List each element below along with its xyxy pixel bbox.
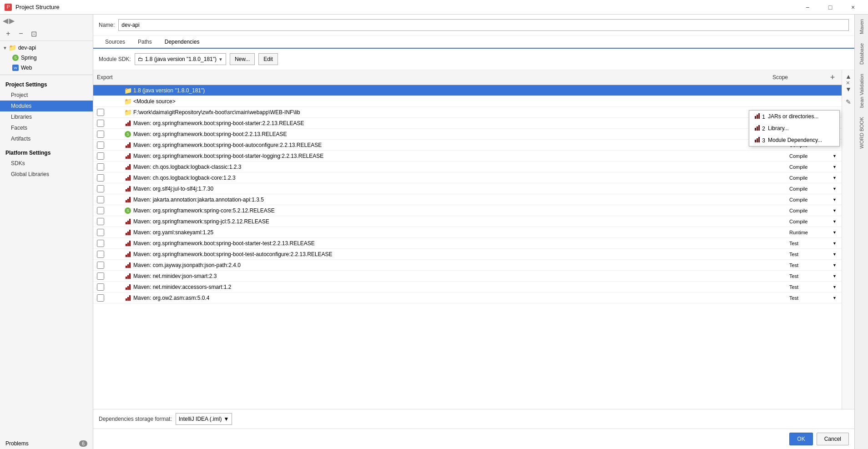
dep-scope-value: Compile <box>789 153 807 159</box>
dep-add-button[interactable]: + <box>827 72 838 83</box>
dep-scope-select[interactable]: Test▼ <box>788 283 838 291</box>
dep-scope-select[interactable]: Test▼ <box>788 262 838 269</box>
dep-row[interactable]: Maven: com.jayway.jsonpath:json-path:2.4… <box>93 260 842 271</box>
dep-export-checkbox[interactable] <box>97 294 104 302</box>
tab-sources[interactable]: Sources <box>99 36 131 49</box>
sdk-select[interactable]: 🗀 1.8 (java version "1.8.0_181") ▼ <box>135 53 226 65</box>
right-panel-maven[interactable]: Maven <box>856 15 867 39</box>
tree-remove-button[interactable]: − <box>15 29 26 39</box>
sdk-folder-icon: 🗀 <box>138 56 143 62</box>
dep-scope-select[interactable]: Test▼ <box>788 294 838 302</box>
sidebar-item-libraries[interactable]: Libraries <box>0 111 93 122</box>
dep-scope-select[interactable]: Compile▼ <box>788 218 838 225</box>
nav-back-button[interactable]: ◀ <box>3 16 8 25</box>
dep-export-space <box>97 131 124 138</box>
minimize-button[interactable]: − <box>797 0 818 15</box>
dep-row[interactable]: Maven: org.springframework.boot:spring-b… <box>93 140 842 151</box>
dep-export-checkbox[interactable] <box>97 251 104 258</box>
dep-export-checkbox[interactable] <box>97 131 104 138</box>
dep-scope-select[interactable]: Test▼ <box>788 240 838 247</box>
dep-row[interactable]: Maven: org.springframework.boot:spring-b… <box>93 238 842 249</box>
platform-settings-title: Platform Settings <box>0 144 93 158</box>
tab-paths[interactable]: Paths <box>131 36 158 49</box>
sidebar-item-global-libraries[interactable]: Global Libraries <box>0 169 93 180</box>
dep-scope-select[interactable]: Runtime▼ <box>788 229 838 236</box>
nav-forward-button[interactable]: ▶ <box>9 16 15 25</box>
dep-row[interactable]: Maven: org.springframework.boot:spring-b… <box>93 118 842 129</box>
dep-row[interactable]: 📁1.8 (java version "1.8.0_181") <box>93 85 842 96</box>
dep-row[interactable]: Maven: org.springframework.boot:spring-b… <box>93 249 842 260</box>
dep-row[interactable]: Maven: org.springframework:spring-jcl:5.… <box>93 216 842 227</box>
dep-scope-select[interactable]: Compile▼ <box>788 196 838 203</box>
sidebar-item-modules[interactable]: Modules <box>0 101 93 111</box>
dep-row[interactable]: SMaven: org.springframework:spring-core:… <box>93 205 842 216</box>
dep-row[interactable]: 📁<Module source> <box>93 96 842 107</box>
storage-select[interactable]: IntelliJ IDEA (.iml) ▼ <box>176 413 232 425</box>
sidebar-item-sdks[interactable]: SDKs <box>0 158 93 169</box>
dep-scope-select[interactable]: Compile▼ <box>788 152 838 160</box>
right-panel-wordbook[interactable]: WORD BOOK <box>856 112 867 153</box>
dep-row[interactable]: SMaven: org.springframework.boot:spring-… <box>93 129 842 140</box>
dep-scope-select[interactable]: Compile▼ <box>788 207 838 214</box>
tree-root-item[interactable]: ▼ 📁 dev-api <box>0 43 93 53</box>
dep-export-checkbox[interactable] <box>97 120 104 127</box>
sidebar-item-project[interactable]: Project <box>0 90 93 101</box>
ok-button[interactable]: OK <box>789 433 812 445</box>
dep-export-checkbox[interactable] <box>97 207 104 214</box>
tree-copy-button[interactable]: ⊡ <box>28 29 39 39</box>
dep-export-checkbox[interactable] <box>97 240 104 247</box>
dep-row[interactable]: Maven: ch.qos.logback:logback-core:1.2.3… <box>93 172 842 183</box>
dep-export-checkbox[interactable] <box>97 174 104 182</box>
dep-scope-select[interactable]: Compile▼ <box>788 174 838 182</box>
content-close-button[interactable]: × <box>843 78 853 87</box>
sdk-edit-button[interactable]: Edit <box>258 53 278 65</box>
dep-export-checkbox[interactable] <box>97 272 104 280</box>
dropdown-item-module-dep[interactable]: 3 Module Dependency... <box>749 134 839 146</box>
dep-export-checkbox[interactable] <box>97 141 104 149</box>
sidebar-item-artifacts[interactable]: Artifacts <box>0 133 93 144</box>
dropdown-item-library[interactable]: 2 Library... <box>749 122 839 134</box>
dep-row[interactable]: Maven: net.minidev:json-smart:2.3Test▼ <box>93 271 842 282</box>
app-icon: P <box>5 4 12 11</box>
maximize-button[interactable]: □ <box>820 0 841 15</box>
tree-web-item[interactable]: W Web <box>0 63 93 73</box>
edit-button[interactable]: ✎ <box>842 96 854 108</box>
dep-row[interactable]: Maven: org.springframework.boot:spring-b… <box>93 151 842 161</box>
problems-row[interactable]: Problems 6 <box>0 438 93 449</box>
cancel-button[interactable]: Cancel <box>817 433 849 445</box>
dep-export-checkbox[interactable] <box>97 229 104 236</box>
dep-row[interactable]: 📁F:\work\daima\gitRepository\zwfx-boot\s… <box>93 107 842 118</box>
sdk-label: Module SDK: <box>99 56 131 62</box>
tree-add-button[interactable]: + <box>3 29 14 39</box>
dep-name-label: Maven: net.minidev:json-smart:2.3 <box>133 273 788 279</box>
dep-row[interactable]: Maven: net.minidev:accessors-smart:1.2Te… <box>93 282 842 293</box>
dep-row[interactable]: Maven: org.ow2.asm:asm:5.0.4Test▼ <box>93 293 842 303</box>
dep-export-checkbox[interactable] <box>97 185 104 192</box>
dep-export-checkbox[interactable] <box>97 262 104 269</box>
dep-row[interactable]: Maven: org.yaml:snakeyaml:1.25Runtime▼ <box>93 227 842 238</box>
dep-scope-select[interactable]: Test▼ <box>788 251 838 258</box>
dep-scope-select[interactable]: Compile▼ <box>788 185 838 192</box>
dep-export-checkbox[interactable] <box>97 218 104 225</box>
dep-export-checkbox[interactable] <box>97 163 104 171</box>
storage-value: IntelliJ IDEA (.iml) <box>179 416 222 422</box>
close-button[interactable]: × <box>843 0 863 15</box>
sdk-new-button[interactable]: New... <box>230 53 255 65</box>
dep-scope-select[interactable]: Compile▼ <box>788 163 838 171</box>
tab-dependencies[interactable]: Dependencies <box>158 36 206 49</box>
dep-export-checkbox[interactable] <box>97 283 104 291</box>
dep-scope-select[interactable]: Test▼ <box>788 272 838 280</box>
dep-row[interactable]: Maven: org.slf4j:jul-to-slf4j:1.7.30Comp… <box>93 183 842 194</box>
dep-row[interactable]: Maven: ch.qos.logback:logback-classic:1.… <box>93 161 842 172</box>
dep-export-checkbox[interactable] <box>97 152 104 160</box>
dep-type-icon <box>124 262 131 269</box>
right-panel-bean-validation[interactable]: bean Validation <box>856 69 867 112</box>
dep-row[interactable]: Maven: jakarta.annotation:jakarta.annota… <box>93 194 842 205</box>
tree-spring-item[interactable]: S Spring <box>0 53 93 63</box>
dropdown-item-jars[interactable]: 1 JARs or directories... <box>749 111 839 122</box>
right-panel-database[interactable]: Database <box>856 39 867 69</box>
name-input[interactable] <box>118 19 849 31</box>
dep-export-checkbox[interactable] <box>97 196 104 203</box>
sidebar-item-facets[interactable]: Facets <box>0 122 93 133</box>
dep-export-checkbox[interactable] <box>97 109 104 116</box>
